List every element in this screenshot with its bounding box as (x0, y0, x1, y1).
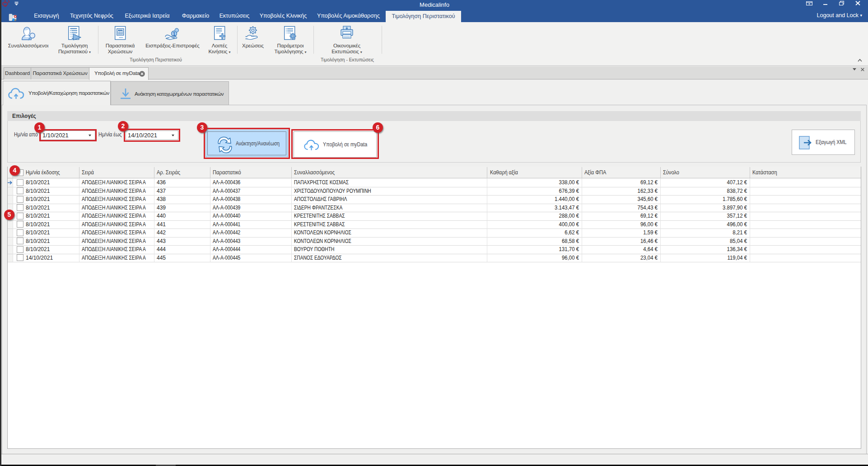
svg-text:1: 1 (173, 31, 176, 37)
